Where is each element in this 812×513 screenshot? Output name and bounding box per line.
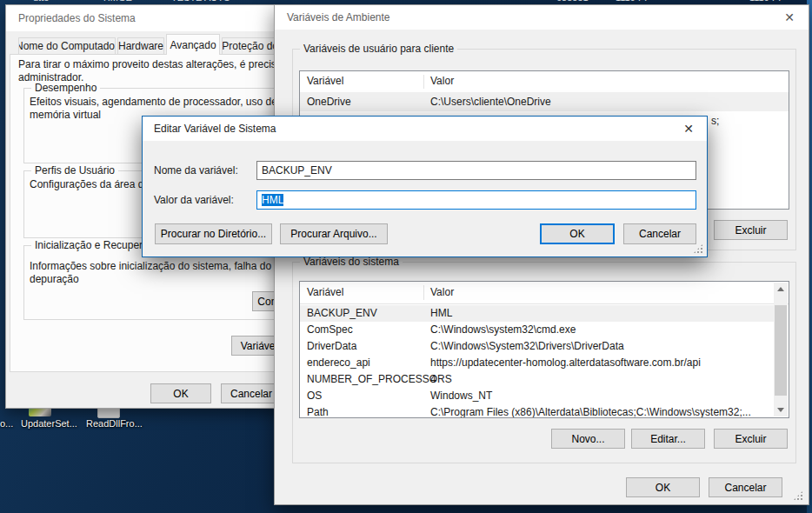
resize-grip[interactable] — [793, 490, 803, 501]
intro-text: Para tirar o máximo proveito destas alte… — [18, 58, 279, 70]
browse-file-button[interactable]: Procurar Arquivo... — [280, 223, 388, 244]
group-title: Desempenho — [31, 82, 100, 94]
system-new-button[interactable]: Novo... — [551, 429, 625, 449]
scroll-down-icon[interactable] — [774, 403, 788, 416]
titlebar[interactable]: Variáveis de Ambiente ✕ — [275, 5, 809, 30]
system-delete-button[interactable]: Excluir — [714, 429, 788, 449]
edit-system-variable-dialog: Editar Variável de Sistema ✕ Nome da var… — [142, 116, 708, 257]
ok-button[interactable]: OK — [626, 477, 700, 497]
close-icon[interactable]: ✕ — [779, 8, 800, 27]
window-title: Variáveis de Ambiente — [287, 5, 390, 30]
table-row[interactable]: NUMBER_OF_PROCESSORS 4 — [300, 371, 774, 388]
column-header-variable[interactable]: Variável — [307, 286, 343, 298]
startup-text: Informações sobre inicialização do siste… — [30, 260, 275, 272]
variable-value-label: Valor da variável: — [154, 194, 234, 206]
column-header-value[interactable]: Valor — [430, 75, 454, 87]
column-header-value[interactable]: Valor — [430, 286, 454, 298]
scroll-up-icon[interactable] — [774, 283, 788, 296]
column-divider[interactable] — [423, 285, 424, 300]
tab-hardware[interactable]: Hardware — [117, 37, 164, 55]
cancel-button[interactable]: Cancelar — [221, 383, 280, 403]
table-row[interactable]: OneDrive C:\Users\cliente\OneDrive — [300, 92, 789, 111]
window-title: Editar Variável de Sistema — [154, 117, 276, 141]
desktop-icon-label[interactable]: UpdaterSet... — [21, 418, 77, 429]
scrollbar-thumb[interactable] — [775, 305, 787, 396]
variable-value-input[interactable]: HML — [256, 190, 696, 210]
titlebar[interactable]: Editar Variável de Sistema ✕ — [143, 117, 707, 141]
system-variables-table[interactable]: Variável Valor BACKUP_ENV HML ComSpec C:… — [299, 281, 789, 418]
variable-name-label: Nome da variável: — [154, 164, 238, 177]
table-header[interactable]: Variável Valor — [300, 71, 789, 93]
system-edit-button[interactable]: Editar... — [631, 429, 705, 449]
titlebar[interactable]: Propriedades do Sistema — [6, 5, 279, 31]
group-title: Perfis de Usuário — [31, 164, 118, 177]
variable-name-input[interactable]: BACKUP_ENV — [256, 161, 696, 180]
tab-protecao-do-sistema[interactable]: Proteção do Sistema — [222, 37, 280, 55]
group-title: Variáveis de usuário para cliente — [300, 43, 457, 55]
vertical-scrollbar[interactable] — [774, 283, 788, 416]
column-divider[interactable] — [423, 75, 424, 89]
close-icon[interactable]: ✕ — [677, 119, 700, 138]
performance-text: Efeitos visuais, agendamento de processa… — [30, 96, 275, 108]
browse-directory-button[interactable]: Procurar no Diretório... — [155, 223, 272, 244]
resize-grip[interactable] — [693, 243, 703, 254]
ok-button[interactable]: OK — [540, 223, 615, 244]
user-delete-button[interactable]: Excluir — [714, 220, 788, 240]
performance-text: memória virtual — [30, 109, 101, 121]
desktop-icon-label[interactable]: ReadDllFro... — [86, 418, 143, 429]
table-header[interactable]: Variável Valor — [300, 282, 789, 304]
tab-avancado[interactable]: Avançado — [166, 34, 220, 55]
environment-variables-button[interactable]: Variáveis de Ambiente... — [231, 336, 280, 356]
ok-button[interactable]: OK — [150, 383, 211, 403]
column-header-variable[interactable]: Variável — [307, 75, 343, 87]
table-row[interactable]: Path C:\Program Files (x86)\Alterdata\Bi… — [300, 404, 774, 418]
partial-value-fragment: s; — [711, 111, 719, 130]
table-row[interactable]: ComSpec C:\Windows\system32\cmd.exe — [300, 322, 774, 338]
group-title: Variáveis do sistema — [300, 256, 403, 268]
window-title: Propriedades do Sistema — [18, 5, 136, 31]
cancel-button[interactable]: Cancelar — [709, 477, 782, 497]
tab-nome-do-computador[interactable]: Nome do Computador — [18, 37, 116, 55]
table-row[interactable]: DriverData C:\Windows\System32\Drivers\D… — [300, 338, 774, 355]
cancel-button[interactable]: Cancelar — [623, 223, 696, 244]
table-row[interactable]: OS Windows_NT — [300, 388, 774, 404]
desktop-icon-label[interactable]: o... — [0, 418, 13, 429]
table-row[interactable]: endereco_api https://updatecenter-homolo… — [300, 355, 774, 371]
selected-text: HML — [262, 194, 283, 206]
startup-text: depuração — [30, 273, 79, 285]
table-row[interactable]: BACKUP_ENV HML — [300, 305, 774, 322]
